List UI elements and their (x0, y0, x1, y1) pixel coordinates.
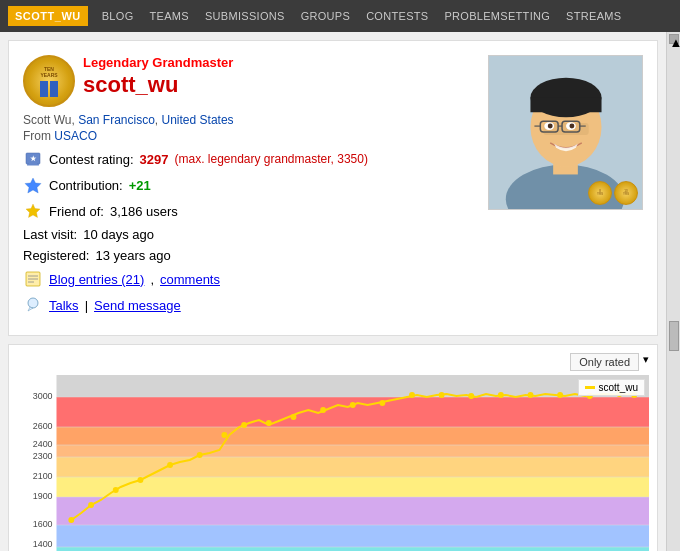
svg-text:3000: 3000 (33, 391, 53, 401)
profile-org: From USACO (23, 129, 476, 143)
nav-item-blog[interactable]: BLOG (94, 0, 142, 32)
contest-rating-row: ★ Contest rating: 3297 (max. legendary g… (23, 149, 476, 169)
svg-text:1400: 1400 (33, 539, 53, 549)
svg-text:1600: 1600 (33, 519, 53, 529)
contest-icon: ★ (23, 149, 43, 169)
talks-icon (23, 295, 43, 315)
scrollbar-thumb[interactable] (669, 321, 679, 351)
photo-badges: 8YRS 10YRS (588, 181, 638, 205)
svg-marker-5 (26, 204, 40, 218)
nav-item-groups[interactable]: GROUPS (293, 0, 358, 32)
comments-link[interactable]: comments (160, 272, 220, 287)
svg-point-63 (291, 414, 297, 420)
svg-point-55 (88, 502, 94, 508)
rank-title: Legendary Grandmaster (83, 55, 233, 70)
nav-item-contests[interactable]: CONTESTS (358, 0, 436, 32)
contribution-icon (23, 175, 43, 195)
svg-text:2100: 2100 (33, 471, 53, 481)
last-visit-value: 10 days ago (83, 227, 154, 242)
svg-point-72 (557, 392, 563, 398)
svg-point-61 (241, 422, 247, 428)
chart-svg: 3000 2600 2400 2300 2100 1900 1600 1400 … (17, 375, 649, 551)
contribution-value: +21 (129, 178, 151, 193)
nav-item-streams[interactable]: STREAMS (558, 0, 629, 32)
svg-marker-4 (25, 178, 41, 193)
legend-color (585, 386, 595, 389)
contribution-label: Contribution: (49, 178, 123, 193)
talks-row: Talks | Send message (23, 295, 476, 315)
svg-point-65 (350, 402, 356, 408)
svg-point-60 (221, 432, 227, 438)
svg-rect-36 (57, 547, 650, 551)
right-sidebar: ▲ ▼ (666, 32, 680, 551)
only-rated-button[interactable]: Only rated (570, 353, 639, 371)
svg-rect-31 (57, 445, 650, 457)
nav-logo[interactable]: SCOTT_WU (8, 6, 88, 26)
friend-row: Friend of: 3,186 users (23, 201, 476, 221)
profile-photo-container: 8YRS 10YRS (488, 55, 643, 321)
friend-label: Friend of: (49, 204, 104, 219)
city-link[interactable]: San Francisco (78, 113, 155, 127)
org-link[interactable]: USACO (54, 129, 97, 143)
contest-rating-max: (max. legendary grandmaster, 3350) (174, 152, 367, 166)
svg-text:2600: 2600 (33, 421, 53, 431)
svg-rect-35 (57, 525, 650, 547)
svg-rect-32 (57, 457, 650, 477)
svg-point-68 (439, 392, 445, 398)
profile-info: TENYEARS Legendary Grandmaster scott_wu (23, 55, 476, 321)
svg-marker-11 (28, 307, 33, 311)
svg-point-70 (498, 392, 504, 398)
blog-icon (23, 269, 43, 289)
last-visit-row: Last visit: 10 days ago (23, 227, 476, 242)
contribution-row: Contribution: +21 (23, 175, 476, 195)
username: scott_wu (83, 72, 233, 98)
profile-photo: 8YRS 10YRS (488, 55, 643, 210)
svg-point-62 (266, 420, 272, 426)
svg-point-59 (197, 452, 203, 458)
svg-rect-2 (27, 164, 39, 166)
svg-point-26 (548, 124, 553, 129)
friend-value: 3,186 users (110, 204, 178, 219)
svg-point-57 (137, 477, 143, 483)
contest-rating-value: 3297 (140, 152, 169, 167)
svg-point-66 (379, 400, 385, 406)
registered-label: Registered: (23, 248, 89, 263)
svg-point-71 (528, 392, 534, 398)
blog-row: Blog entries (21), comments (23, 269, 476, 289)
svg-rect-17 (530, 97, 601, 112)
talks-link[interactable]: Talks (49, 298, 79, 313)
svg-rect-29 (57, 397, 650, 427)
rating-chart: 3000 2600 2400 2300 2100 1900 1600 1400 … (17, 375, 649, 551)
svg-text:2300: 2300 (33, 451, 53, 461)
svg-rect-30 (57, 427, 650, 445)
nav-item-submissions[interactable]: SUBMISSIONS (197, 0, 293, 32)
svg-point-10 (28, 298, 38, 308)
svg-text:1900: 1900 (33, 491, 53, 501)
nav-item-problemsetting[interactable]: PROBLEMSETTING (436, 0, 558, 32)
svg-point-64 (320, 407, 326, 413)
svg-rect-33 (57, 477, 650, 497)
svg-point-69 (468, 393, 474, 399)
mini-badge-2: 10YRS (614, 181, 638, 205)
legend-label: scott_wu (599, 382, 638, 393)
chart-legend: scott_wu (578, 379, 645, 396)
registered-value: 13 years ago (95, 248, 170, 263)
rating-chart-card: Only rated ▾ (8, 344, 658, 551)
svg-point-56 (113, 487, 119, 493)
chart-controls: Only rated ▾ (17, 353, 649, 371)
svg-rect-34 (57, 497, 650, 525)
svg-point-27 (569, 124, 574, 129)
svg-text:2400: 2400 (33, 439, 53, 449)
country-link[interactable]: United States (162, 113, 234, 127)
blog-link[interactable]: Blog entries (21) (49, 272, 144, 287)
send-message-link[interactable]: Send message (94, 298, 181, 313)
ten-years-badge: TENYEARS (23, 55, 75, 107)
nav-item-teams[interactable]: TEAMS (142, 0, 197, 32)
last-visit-label: Last visit: (23, 227, 77, 242)
profile-card: TENYEARS Legendary Grandmaster scott_wu (8, 40, 658, 336)
svg-point-67 (409, 392, 415, 398)
registered-row: Registered: 13 years ago (23, 248, 476, 263)
friend-icon (23, 201, 43, 221)
svg-point-54 (68, 517, 74, 523)
scrollbar-up[interactable]: ▲ (669, 34, 679, 44)
